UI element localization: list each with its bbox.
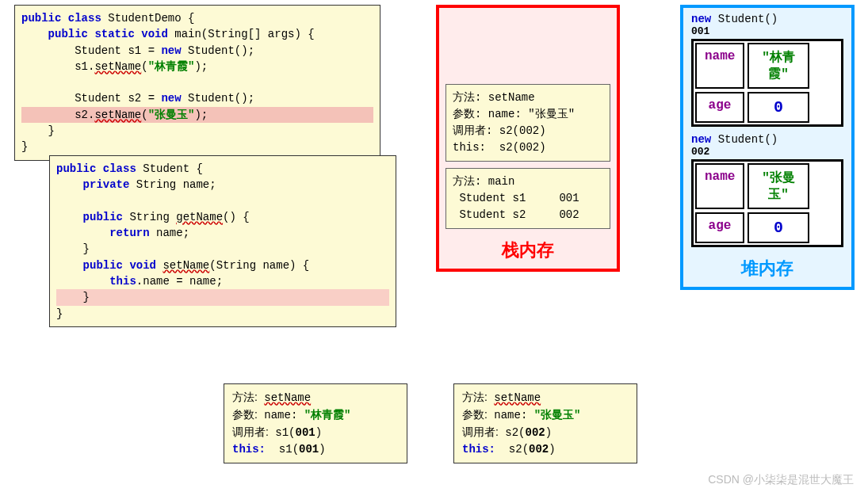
heap-object1-addr: 001 <box>691 25 843 37</box>
stack-title: 栈内存 <box>439 235 617 269</box>
stack-frame-main: 方法: main Student s1 001 Student s2 002 <box>445 168 610 229</box>
heap-object1-label: new Student() <box>691 13 843 25</box>
code-student: public class Student { private String na… <box>49 155 396 327</box>
stack-frame-setname: 方法: setName 参数: name: "张曼玉" 调用者: s2(002)… <box>445 84 610 162</box>
watermark: CSDN @小柒柒是混世大魔王 <box>708 473 854 487</box>
heap-object2-addr: 002 <box>691 146 843 158</box>
code-studentdemo: public class StudentDemo { public static… <box>14 5 380 161</box>
heap-memory-box: new Student() 001 name "林青霞" age 0 new S… <box>680 5 855 290</box>
bottom-frame-2: 方法: setName 参数: name: "张曼玉" 调用者: s2(002)… <box>453 383 637 463</box>
bottom-frame-1: 方法: setName 参数: name: "林青霞" 调用者: s1(001)… <box>224 383 407 463</box>
heap-object1-table: name "林青霞" age 0 <box>691 39 843 127</box>
heap-object2-table: name "张曼玉" age 0 <box>691 159 843 247</box>
heap-object2-label: new Student() <box>691 133 843 146</box>
stack-memory-box: 方法: setName 参数: name: "张曼玉" 调用者: s2(002)… <box>436 5 620 272</box>
heap-title: 堆内存 <box>683 254 851 287</box>
